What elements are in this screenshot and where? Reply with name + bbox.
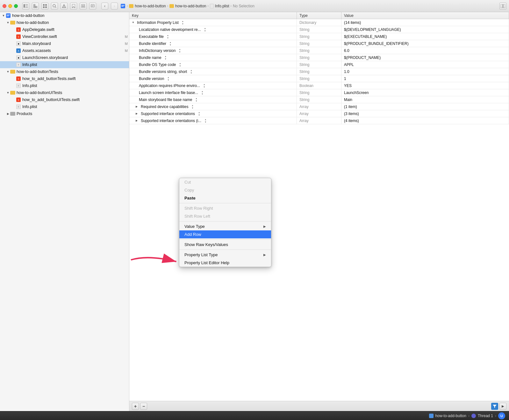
svg-rect-21 [83, 6, 85, 7]
plist-row-bundle-version[interactable]: ▶ Bundle version ▲▼ String 1 [129, 75, 509, 82]
plist-row-supported-orient[interactable]: ▶ Supported interface orientations ▲▼ Ar… [129, 110, 509, 117]
nav-forward-button[interactable]: › [111, 3, 118, 10]
warning-button[interactable] [61, 3, 68, 10]
play-button[interactable]: ▶ [499, 403, 506, 410]
menu-item-show-raw[interactable]: Show Raw Keys/Values [179, 241, 271, 249]
plist-type-1: String [297, 26, 341, 33]
menu-item-value-type[interactable]: Value Type ▶ [179, 222, 271, 230]
breadcrumb-subfolder-label[interactable]: how-to-add-button [175, 4, 206, 8]
plist-type-13: Array [297, 110, 341, 117]
menu-item-shift-right[interactable]: Shift Row Right [179, 204, 271, 212]
sidebar-item-appdelegate[interactable]: S AppDelegate.swift [0, 26, 129, 33]
plist-row-info-prop-list[interactable]: ▼ Information Property List ▲▼ Dictionar… [129, 19, 509, 26]
plist-key-5: ▶ Bundle name ▲▼ [129, 54, 297, 61]
bottom-bar: + − ▶ [129, 401, 509, 411]
svg-rect-6 [34, 6, 35, 8]
launchscreen-icon: ■ [16, 55, 21, 60]
plist-row-bundle-versions-short[interactable]: ▶ Bundle versions string, short ▲▼ Strin… [129, 68, 509, 75]
menu-item-paste[interactable]: Paste [179, 194, 271, 202]
debug-sep-2: › [495, 414, 496, 418]
sidebar: ▼ how-to-add-button ▼ how-to-add-button … [0, 12, 129, 411]
plist-key-10: ▶ Launch screen interface file base... ▲… [129, 89, 297, 96]
plist-row-iphone-env[interactable]: ▶ Application requires iPhone enviro... … [129, 82, 509, 89]
sidebar-item-main-storyboard[interactable]: ■ Main.storyboard M [0, 40, 129, 47]
menu-item-property-list-help[interactable]: Property List Editor Help [179, 259, 271, 267]
sidebar-item-tests-swift[interactable]: S how_to_add_buttonTests.swift [0, 75, 129, 82]
plist-row-infodict-version[interactable]: ▶ InfoDictionary version ▲▼ String 6.0 [129, 47, 509, 54]
menu-item-property-list-type[interactable]: Property List Type ▶ [179, 251, 271, 259]
sidebar-item-assets[interactable]: A Assets.xcassets M [0, 47, 129, 54]
plist-row-executable[interactable]: ▶ Executable file ▲▼ String $(EXECUTABLE… [129, 33, 509, 40]
sidebar-item-info-plist[interactable]: ≡ Info.plist [0, 61, 129, 68]
plist-type-0: Dictionary [297, 19, 341, 26]
sidebar-tests-folder-label: how-to-add-buttonTests [17, 69, 128, 74]
close-button[interactable] [3, 4, 6, 8]
svg-rect-26 [121, 5, 125, 6]
breadcrumb-file-label[interactable]: Info.plist [215, 4, 229, 8]
svg-point-11 [53, 4, 55, 7]
plist-type-9: Boolean [297, 82, 341, 89]
sidebar-item-tests-folder[interactable]: ▼ how-to-add-buttonTests [0, 68, 129, 75]
menu-item-cut[interactable]: Cut [179, 178, 271, 186]
svg-rect-5 [36, 6, 37, 8]
chat-button[interactable] [89, 3, 96, 10]
context-menu: Cut Copy Paste Shift Row Right Shift Row… [179, 178, 271, 267]
sidebar-item-uitests-folder[interactable]: ▼ how-to-add-buttonUITests [0, 89, 129, 96]
breadcrumb-subfolder-icon [169, 4, 174, 8]
structure-button[interactable] [80, 3, 87, 10]
key-header: Key [129, 12, 297, 19]
sidebar-item-uitests-swift[interactable]: S how_to_add_buttonUITests.swift [0, 96, 129, 103]
sidebar-item-root-project[interactable]: ▼ how-to-add-button [0, 12, 129, 19]
search-button[interactable] [51, 3, 58, 10]
uitests-swift-icon: S [16, 97, 21, 102]
menu-item-add-row[interactable]: Add Row [179, 230, 271, 238]
schemes-button[interactable] [499, 3, 506, 10]
filter-flag-button[interactable] [491, 403, 498, 410]
breadcrumb-folder-label[interactable]: how-to-add-button [135, 4, 166, 8]
property-list-type-arrow: ▶ [263, 253, 266, 257]
plist-key-8: ▶ Bundle version ▲▼ [129, 75, 297, 82]
plist-row-required-device[interactable]: ▶ Required device capabilities ▲▼ Array … [129, 103, 509, 110]
plist-row-localization[interactable]: ▶ Localization native development re... … [129, 26, 509, 33]
debug-user-avatar: U [498, 412, 505, 419]
plist-row-supported-orient-ipad[interactable]: ▶ Supported interface orientations (i...… [129, 117, 509, 124]
plist-row-bundle-os-type[interactable]: ▶ Bundle OS Type code ▲▼ String APPL [129, 61, 509, 68]
plist-row-launch-screen[interactable]: ▶ Launch screen interface file base... ▲… [129, 89, 509, 96]
menu-item-copy[interactable]: Copy [179, 186, 271, 194]
svg-rect-10 [45, 6, 47, 8]
plist-type-3: String [297, 40, 341, 47]
plist-row-main-storyboard[interactable]: ▶ Main storyboard file base name ▲▼ Stri… [129, 96, 509, 103]
remove-row-button[interactable]: − [140, 403, 147, 410]
sidebar-item-launchscreen[interactable]: ■ LaunchScreen.storyboard [0, 54, 129, 61]
sidebar-viewcontroller-label: ViewController.swift [22, 34, 124, 39]
sidebar-item-products[interactable]: ▶ Products [0, 110, 129, 117]
info-plist-icon: ≡ [16, 62, 21, 67]
grid-button[interactable] [41, 3, 48, 10]
plist-row-bundle-id[interactable]: ▶ Bundle identifier ▲▼ String $(PRODUCT_… [129, 40, 509, 47]
sidebar-products-label: Products [17, 112, 128, 116]
plist-value-14: (4 items) [341, 117, 509, 124]
minimize-button[interactable] [8, 4, 12, 8]
plist-value-13: (3 items) [341, 110, 509, 117]
sidebar-appdelegate-label: AppDelegate.swift [22, 27, 128, 32]
svg-rect-2 [25, 6, 28, 6]
sidebar-item-uitests-plist[interactable]: ≡ Info.plist [0, 103, 129, 110]
plist-value-4: 6.0 [341, 47, 509, 54]
plist-row-bundle-name[interactable]: ▶ Bundle name ▲▼ String $(PRODUCT_NAME) [129, 54, 509, 61]
plist-value-8: 1 [341, 75, 509, 82]
add-row-button[interactable]: + [132, 403, 139, 410]
hierarchy-button[interactable] [32, 3, 39, 10]
menu-item-shift-left[interactable]: Shift Row Left [179, 212, 271, 220]
value-type-arrow: ▶ [263, 225, 266, 228]
svg-marker-16 [72, 4, 75, 8]
sidebar-item-tests-plist[interactable]: ≡ Info.plist [0, 82, 129, 89]
maximize-button[interactable] [14, 4, 18, 8]
sidebar-item-main-folder[interactable]: ▼ how-to-add-button [0, 19, 129, 26]
plist-type-12: Array [297, 103, 341, 110]
nav-back-button[interactable]: ‹ [101, 3, 108, 10]
sidebar-toggle-button[interactable] [22, 3, 29, 10]
plist-header: Key Type Value [129, 12, 509, 19]
svg-rect-17 [82, 4, 85, 5]
bookmark-button[interactable] [70, 3, 77, 10]
sidebar-item-viewcontroller[interactable]: S ViewController.swift M [0, 33, 129, 40]
